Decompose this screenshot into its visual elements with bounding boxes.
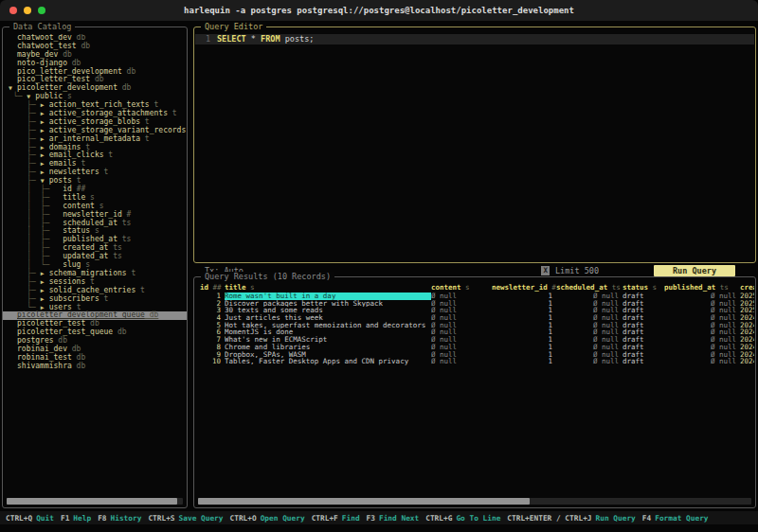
cell-created-at[interactable]: 2024 bbox=[740, 344, 754, 351]
results-column-header[interactable]: created_at ts bbox=[740, 283, 754, 292]
cell-scheduled-at[interactable]: Ø null bbox=[556, 358, 623, 365]
cell-published-at[interactable]: Ø null bbox=[664, 336, 740, 344]
footer-shortcut[interactable]: F8History bbox=[98, 514, 141, 523]
cell-id[interactable]: 10 bbox=[200, 358, 225, 365]
cell-status[interactable]: draft bbox=[623, 328, 664, 336]
limit-checkbox[interactable]: X bbox=[541, 266, 550, 275]
results-column-header[interactable]: published_at ts bbox=[664, 283, 740, 292]
cell-content[interactable]: Ø null bbox=[431, 351, 492, 359]
cell-published-at[interactable]: Ø null bbox=[664, 344, 740, 351]
cell-id[interactable]: 5 bbox=[200, 322, 225, 329]
expand-arrow-icon[interactable]: ▶ bbox=[41, 135, 49, 144]
cell-newsletter-id[interactable]: 1 bbox=[492, 344, 556, 351]
results-hscrollbar[interactable] bbox=[198, 498, 751, 505]
expand-arrow-icon[interactable]: ▶ bbox=[41, 287, 49, 295]
cell-status[interactable]: draft bbox=[623, 351, 664, 359]
cell-scheduled-at[interactable]: Ø null bbox=[556, 328, 623, 336]
footer-shortcut[interactable]: CTRL+QQuit bbox=[6, 514, 54, 523]
cell-published-at[interactable]: Ø null bbox=[664, 358, 740, 365]
cell-scheduled-at[interactable]: Ø null bbox=[556, 293, 623, 300]
footer-shortcut[interactable]: CTRL+ENTER / CTRL+JRun Query bbox=[507, 514, 635, 523]
cell-title[interactable]: Just articles this week bbox=[225, 314, 431, 322]
cell-created-at[interactable]: 2025 bbox=[740, 300, 754, 308]
cell-id[interactable]: 3 bbox=[200, 307, 225, 314]
expand-arrow-icon[interactable]: ▶ bbox=[41, 118, 49, 127]
table-row[interactable]: 9 Dropbox, SPAs, WASM Ø null 1 Ø null dr… bbox=[200, 351, 754, 359]
cell-scheduled-at[interactable]: Ø null bbox=[556, 322, 623, 329]
table-row[interactable]: 6 MomentJS is done Ø null 1 Ø null draft… bbox=[200, 328, 754, 336]
cell-title[interactable]: Dropbox, SPAs, WASM bbox=[225, 351, 431, 359]
catalog-item[interactable]: shivammishra db bbox=[3, 363, 187, 371]
cell-newsletter-id[interactable]: 1 bbox=[492, 307, 556, 314]
cell-status[interactable]: draft bbox=[623, 293, 664, 300]
cell-title[interactable]: 30 texts and some reads bbox=[225, 307, 431, 314]
cell-content[interactable]: Ø null bbox=[431, 307, 492, 314]
cell-newsletter-id[interactable]: 1 bbox=[492, 300, 556, 308]
expand-arrow-icon[interactable]: ▶ bbox=[41, 295, 49, 304]
results-column-header[interactable]: newsletter_id # bbox=[492, 283, 556, 292]
cell-title[interactable]: Discover packages better with Skypack bbox=[225, 300, 431, 308]
footer-shortcut[interactable]: F3Find Next bbox=[367, 514, 420, 523]
table-row[interactable]: 3 30 texts and some reads Ø null 1 Ø nul… bbox=[200, 307, 754, 314]
cell-published-at[interactable]: Ø null bbox=[664, 293, 740, 300]
cell-content[interactable]: Ø null bbox=[431, 358, 492, 365]
cell-title[interactable]: What's new in ECMAScript bbox=[225, 336, 431, 344]
results-column-header[interactable]: scheduled_at ts bbox=[556, 283, 623, 292]
expand-arrow-icon[interactable]: ▶ bbox=[41, 270, 49, 278]
expand-arrow-icon[interactable]: ▶ bbox=[41, 144, 49, 152]
cell-id[interactable]: 1 bbox=[200, 293, 225, 300]
footer-shortcut[interactable]: F4Format Query bbox=[642, 514, 709, 523]
cell-title[interactable]: MomentJS is done bbox=[225, 328, 431, 336]
cell-content[interactable]: Ø null bbox=[431, 314, 492, 322]
results-column-header[interactable]: title s bbox=[225, 283, 431, 292]
cell-status[interactable]: draft bbox=[623, 322, 664, 329]
cell-id[interactable]: 9 bbox=[200, 351, 225, 359]
cell-scheduled-at[interactable]: Ø null bbox=[556, 344, 623, 351]
cell-created-at[interactable]: 2024 bbox=[740, 322, 754, 329]
results-column-header[interactable]: id ## bbox=[200, 283, 225, 292]
run-query-button[interactable]: Run Query bbox=[654, 265, 735, 276]
cell-created-at[interactable]: 2025 bbox=[740, 293, 754, 300]
cell-published-at[interactable]: Ø null bbox=[664, 351, 740, 359]
expand-arrow-icon[interactable]: ▶ bbox=[41, 278, 49, 287]
cell-newsletter-id[interactable]: 1 bbox=[492, 336, 556, 344]
cell-content[interactable]: Ø null bbox=[431, 322, 492, 329]
cell-title[interactable]: Rome wasn't built in a day bbox=[225, 293, 431, 300]
cell-newsletter-id[interactable]: 1 bbox=[492, 358, 556, 365]
cell-scheduled-at[interactable]: Ø null bbox=[556, 300, 623, 308]
editor-current-line[interactable]: 1 SELECT * FROM posts; bbox=[195, 34, 754, 44]
cell-content[interactable]: Ø null bbox=[431, 300, 492, 308]
cell-scheduled-at[interactable]: Ø null bbox=[556, 314, 623, 322]
cell-created-at[interactable]: 2024 bbox=[740, 328, 754, 336]
cell-content[interactable]: Ø null bbox=[431, 344, 492, 351]
cell-id[interactable]: 8 bbox=[200, 344, 225, 351]
cell-status[interactable]: draft bbox=[623, 344, 664, 351]
cell-status[interactable]: draft bbox=[623, 300, 664, 308]
cell-title[interactable]: Tables, Faster Desktop Apps and CDN priv… bbox=[225, 358, 431, 365]
catalog-hscrollbar[interactable] bbox=[7, 498, 183, 505]
table-row[interactable]: 1 Rome wasn't built in a day Ø null 1 Ø … bbox=[200, 293, 754, 300]
cell-newsletter-id[interactable]: 1 bbox=[492, 293, 556, 300]
footer-shortcut[interactable]: CTRL+SSave Query bbox=[148, 514, 223, 523]
cell-newsletter-id[interactable]: 1 bbox=[492, 314, 556, 322]
catalog-item[interactable]: ▼picoletter_development db bbox=[3, 84, 187, 93]
table-row[interactable]: 7 What's new in ECMAScript Ø null 1 Ø nu… bbox=[200, 336, 754, 344]
expand-arrow-icon[interactable]: ▶ bbox=[41, 151, 49, 160]
cell-content[interactable]: Ø null bbox=[431, 336, 492, 344]
cell-created-at[interactable]: 2024 bbox=[740, 336, 754, 344]
limit-label[interactable]: Limit 500 bbox=[555, 266, 599, 275]
cell-newsletter-id[interactable]: 1 bbox=[492, 328, 556, 336]
cell-published-at[interactable]: Ø null bbox=[664, 314, 740, 322]
cell-newsletter-id[interactable]: 1 bbox=[492, 351, 556, 359]
expand-arrow-icon[interactable]: ▶ bbox=[41, 160, 49, 168]
cell-scheduled-at[interactable]: Ø null bbox=[556, 336, 623, 344]
table-row[interactable]: 2 Discover packages better with Skypack … bbox=[200, 300, 754, 308]
cell-id[interactable]: 2 bbox=[200, 300, 225, 308]
table-row[interactable]: 10 Tables, Faster Desktop Apps and CDN p… bbox=[200, 358, 754, 365]
cell-newsletter-id[interactable]: 1 bbox=[492, 322, 556, 329]
table-row[interactable]: 8 Chrome and libraries Ø null 1 Ø null d… bbox=[200, 344, 754, 351]
cell-content[interactable]: Ø null bbox=[431, 293, 492, 300]
cell-scheduled-at[interactable]: Ø null bbox=[556, 351, 623, 359]
cell-id[interactable]: 7 bbox=[200, 336, 225, 344]
cell-id[interactable]: 4 bbox=[200, 314, 225, 322]
